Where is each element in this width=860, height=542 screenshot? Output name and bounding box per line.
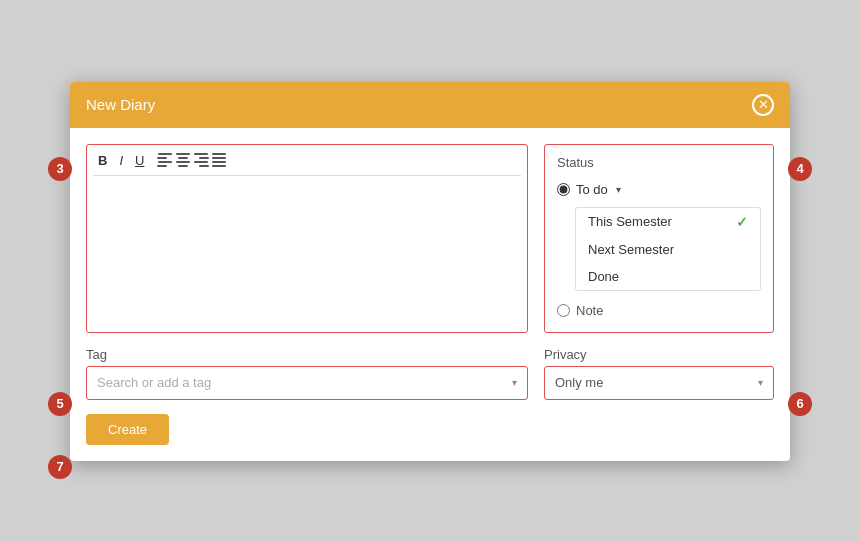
status-option-done[interactable]: Done <box>576 263 760 290</box>
status-panel: Status To do ▾ This Semester ✓ Next <box>544 144 774 333</box>
note-radio-row: Note <box>557 303 761 318</box>
status-option-next-semester[interactable]: Next Semester <box>576 236 760 263</box>
action-row: Create <box>86 414 774 445</box>
checkmark-icon: ✓ <box>736 214 748 230</box>
italic-button[interactable]: I <box>114 151 128 170</box>
close-button[interactable]: ✕ <box>752 94 774 116</box>
note-radio[interactable] <box>557 304 570 317</box>
align-center-button[interactable] <box>175 153 191 167</box>
step-badge-7: 7 <box>48 455 72 479</box>
dialog-title: New Diary <box>86 96 155 113</box>
tag-label: Tag <box>86 347 528 362</box>
main-columns: B I U <box>86 144 774 333</box>
todo-radio-row: To do ▾ <box>557 182 761 197</box>
dialog-header: New Diary ✕ <box>70 82 790 128</box>
bold-button[interactable]: B <box>93 151 112 170</box>
tag-placeholder: Search or add a tag <box>97 375 211 390</box>
note-label: Note <box>576 303 603 318</box>
editor-panel: B I U <box>86 144 528 333</box>
privacy-arrow-icon: ▾ <box>758 377 763 388</box>
privacy-value: Only me <box>555 375 603 390</box>
todo-radio[interactable] <box>557 183 570 196</box>
tag-group: Tag Search or add a tag ▾ <box>86 347 528 400</box>
todo-arrow-icon[interactable]: ▾ <box>616 184 621 195</box>
privacy-select[interactable]: Only me ▾ <box>544 366 774 400</box>
status-option-this-semester[interactable]: This Semester ✓ <box>576 208 760 236</box>
align-justify-button[interactable] <box>211 153 227 167</box>
diary-text-input[interactable] <box>93 181 521 326</box>
create-button[interactable]: Create <box>86 414 169 445</box>
new-diary-dialog: New Diary ✕ B I U <box>70 82 790 461</box>
step-badge-4: 4 <box>788 157 812 181</box>
editor-toolbar: B I U <box>93 151 521 176</box>
step-badge-3: 3 <box>48 157 72 181</box>
dialog-body: B I U <box>70 128 790 461</box>
tag-arrow-icon: ▾ <box>512 377 517 388</box>
bottom-row: Tag Search or add a tag ▾ Privacy Only m… <box>86 347 774 400</box>
privacy-group: Privacy Only me ▾ <box>544 347 774 400</box>
step-badge-5: 5 <box>48 392 72 416</box>
align-left-button[interactable] <box>157 153 173 167</box>
status-dropdown: This Semester ✓ Next Semester Done <box>575 207 761 291</box>
status-heading: Status <box>557 155 761 170</box>
tag-select[interactable]: Search or add a tag ▾ <box>86 366 528 400</box>
step-badge-6: 6 <box>788 392 812 416</box>
todo-label: To do <box>576 182 608 197</box>
privacy-label: Privacy <box>544 347 774 362</box>
underline-button[interactable]: U <box>130 151 149 170</box>
align-right-button[interactable] <box>193 153 209 167</box>
